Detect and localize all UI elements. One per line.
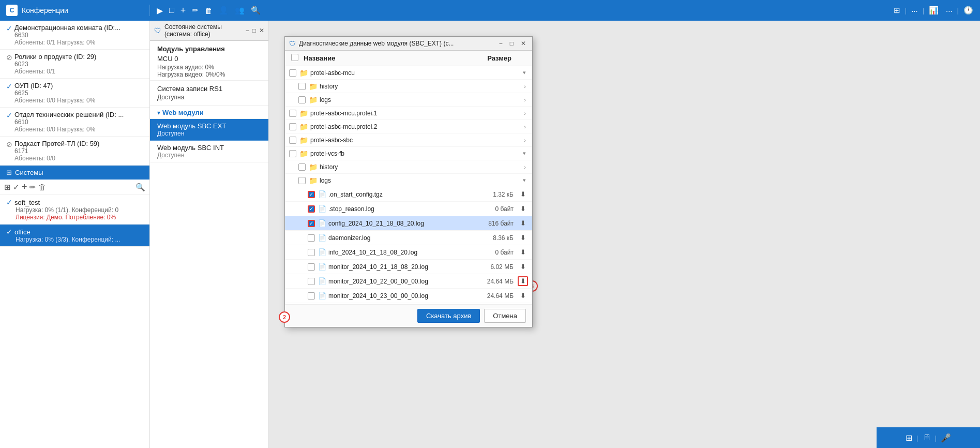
row-protei-sbc[interactable]: 📁 protei-asbc-sbc › [285,133,532,147]
header-checkbox[interactable] [291,54,298,61]
sys-search-button[interactable]: 🔍 [135,183,145,192]
play-button[interactable]: ▶ [154,5,165,17]
file-icon-2: 📄 [318,205,326,213]
folder-name-5: protei-asbc-mcu.protei.2 [310,123,524,130]
folder-name-6: protei-asbc-sbc [310,137,524,144]
row-history-2[interactable]: 📁 history › [285,160,532,174]
conf-item-1[interactable]: ✓ Демонстрационная комната (ID:... 6630 … [0,21,149,50]
system-item-office[interactable]: ✓ office Нагрузка: 0% (3/3). Конференций… [0,225,149,247]
row-monitor-1023[interactable]: 📄 monitor_2024_10_23_00_00_00.log 24.64 … [285,289,532,303]
delete-button[interactable]: 🗑 [202,5,215,16]
diag-minimize-btn[interactable]: − [497,39,505,48]
conf-number-5: 6171 [14,147,99,155]
row-config-2024[interactable]: ✓ 📄 config_2024_10_21_18_08_20.log 816 б… [285,216,532,231]
top-right-clock-button[interactable]: 🕐 [961,5,976,16]
system-item-soft-test[interactable]: ✓ soft_test Нагрузка: 0% (1/1). Конферен… [0,195,149,225]
download-btn-4[interactable]: ⬇ [518,234,528,242]
state-maximize-btn[interactable]: □ [252,27,256,34]
expand-icon: ▾ [523,69,526,76]
row-monitor-1022[interactable]: 📄 monitor_2024_10_22_00_00_00.log 24.64 … [285,274,532,289]
conf-item-4[interactable]: ✓ Отдел технических решений (ID: ... 661… [0,108,149,137]
download-btn-8[interactable]: ⬇ [518,292,528,300]
mcu-video: Нагрузка видео: 0%/0% [157,71,261,78]
conf-item-2[interactable]: ⊘ Ролики о продукте (ID: 29) 6023 Абонен… [0,50,149,79]
conf-number-4: 6610 [14,118,124,126]
expand-icon-9: ▾ [523,177,526,184]
row-info-2024[interactable]: 📄 info_2024_10_21_18_08_20.log 0 байт ⬇ [285,245,532,260]
download-btn-3[interactable]: ⬇ [518,219,528,227]
expand-icon-6: › [524,137,526,143]
download-btn-1[interactable]: ⬇ [518,190,528,198]
sys-edit-button[interactable]: ✏ [29,183,36,192]
file-name-1: .on_start_config.tgz [328,191,477,198]
folder-name-9: logs [320,177,523,184]
mcu-title: MCU 0 [157,55,261,63]
systems-title: Системы [15,169,43,176]
stop-button[interactable]: □ [167,5,177,16]
folder-name-2: history [320,83,524,90]
row-protei-vcs-fb[interactable]: 📁 protei-vcs-fb ▾ [285,147,532,160]
edit-button[interactable]: ✏ [189,5,201,16]
state-minimize-btn[interactable]: − [246,27,249,34]
web-module-int-status: Доступен [157,152,261,159]
top-right-grid-button[interactable]: ⊞ [891,5,903,16]
diag-close-btn[interactable]: ✕ [519,39,528,48]
folder-name: protei-asbc-mcu [310,69,523,77]
shield-icon: 🛡 [154,26,161,35]
search-button[interactable]: 🔍 [248,5,263,16]
sys-add-button[interactable]: ⊞ [4,183,11,192]
download-btn-2[interactable]: ⬇ [518,205,528,213]
file-size-3: 816 байт [477,220,514,227]
download-btn-5[interactable]: ⬇ [518,248,528,256]
conf-sub-4: Абоненты: 0/0 Нагрузка: 0% [14,126,124,133]
web-module-sbc-ext[interactable]: Web модуль SBC EXT Доступен [150,119,268,141]
top-right-more-button[interactable]: ··· [943,5,955,16]
cancel-btn[interactable]: Отмена [484,309,526,323]
conf-check-2: ⊘ [6,53,12,62]
web-module-ext-title: Web модуль SBC EXT [157,122,261,130]
expand-icon-5: › [524,124,526,130]
row-logs-1[interactable]: 📁 logs › [285,93,532,107]
file-icon-7: 📄 [318,277,326,285]
sys-check-button[interactable]: ✓ [13,183,20,192]
diag-maximize-btn[interactable]: □ [508,39,516,48]
system-sub-1: Нагрузка: 0% (1/1). Конференций: 0 [16,206,143,214]
folder-name-8: history [320,163,524,171]
diag-shield-icon: 🛡 [289,40,296,48]
folder-icon: 📁 [299,69,308,77]
top-right-menu-button[interactable]: ··· [909,5,921,16]
bottom-grid-button[interactable]: ⊞ [906,433,912,443]
download-archive-btn[interactable]: Скачать архив [417,309,480,323]
system-name-2: office [14,228,31,236]
row-protei-asbc-mcu[interactable]: 📁 protei-asbc-mcu ▾ [285,66,532,80]
row-on-start-config[interactable]: ✓ 📄 .on_start_config.tgz 1.32 кБ ⬇ [285,187,532,202]
row-daemonizer[interactable]: 📄 daemonizer.log 8.36 кБ ⬇ [285,231,532,245]
download-btn-6[interactable]: ⬇ [518,263,528,271]
diag-dialog: 🛡 Диагностические данные web модуля (SBC… [284,36,533,327]
conf-item-5[interactable]: ⊘ Подкаст Протей-ТЛ (ID: 59) 6171 Абонен… [0,137,149,166]
sys-plus-button[interactable]: + [22,182,27,192]
bottom-mic-button[interactable]: 🎤 [941,433,951,443]
row-protei2[interactable]: 📁 protei-asbc-mcu.protei.2 › [285,120,532,133]
row-logs-2[interactable]: 📁 logs ▾ [285,174,532,187]
add-button[interactable]: + [178,4,189,17]
conf-item-3[interactable]: ✓ ОУП (ID: 47) 6625 Абоненты: 0/0 Нагруз… [0,79,149,108]
top-right-chart-button[interactable]: 📊 [926,5,941,16]
folder-icon-7: 📁 [299,150,308,158]
row-protei1[interactable]: 📁 protei-asbc-mcu.protei.1 › [285,107,532,120]
row-history-1[interactable]: 📁 history › [285,80,532,93]
folder-icon-6: 📁 [299,136,308,144]
sys-del-button[interactable]: 🗑 [38,183,46,191]
row-stop-reason[interactable]: ✓ 📄 .stop_reason.log 0 байт ⬇ [285,202,532,216]
bottom-monitor-button[interactable]: 🖥 [923,433,931,442]
badge-2: 2 [279,311,290,323]
conf-number-3: 6625 [14,89,95,97]
download-btn-7[interactable]: ⬇ [518,276,528,286]
users-button[interactable]: 👥 [232,5,247,16]
col-size-header: Размер [470,54,511,62]
web-module-sbc-int[interactable]: Web модуль SBC INT Доступен [150,141,268,162]
file-size-5: 0 байт [477,249,514,256]
user-button[interactable]: 👤 [216,5,231,16]
row-monitor-1021[interactable]: 📄 monitor_2024_10_21_18_08_20.log 6.02 М… [285,260,532,274]
state-close-btn[interactable]: ✕ [259,27,264,34]
